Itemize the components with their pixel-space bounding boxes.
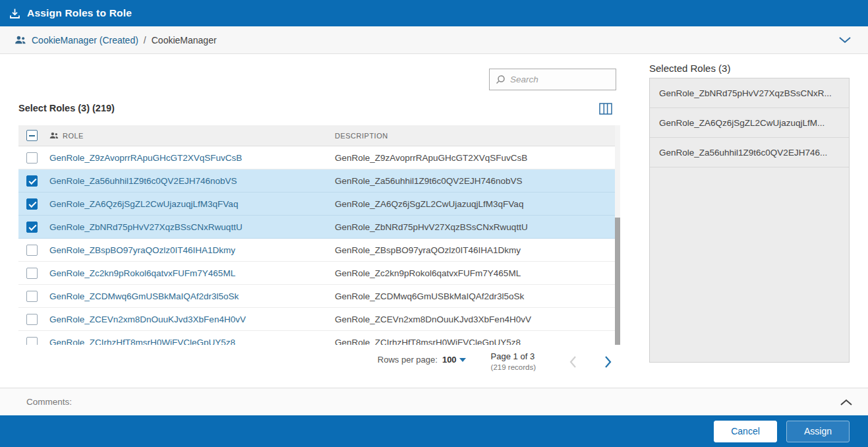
- selected-roles-list: GenRole_ZbNRd75pHvV27XqzBSsCNxR...GenRol…: [649, 78, 850, 363]
- footer-bar: Cancel Assign: [0, 415, 868, 447]
- role-cell: GenRole_Za56uhhil1Z9t6c0QV2EJH746nobVS: [45, 176, 330, 186]
- description-cell: GenRole_ZCDMwq6GmUSBkMaIQAf2dr3l5oSk: [330, 291, 620, 301]
- role-table-body: GenRole_Z9zAvoprrRApuGHcGT2XVqSFuvCsB Ge…: [18, 146, 620, 345]
- breadcrumb-app-link[interactable]: CookieManager (Created): [32, 35, 138, 45]
- search-box: [489, 69, 616, 90]
- select-all-checkbox[interactable]: [26, 130, 38, 141]
- scrollbar-thumb[interactable]: [615, 218, 620, 345]
- chevron-left-icon: [569, 355, 577, 369]
- role-cell: GenRole_ZCIrhzHfT8msrH0WiFVCleGpUY5z8: [45, 338, 330, 345]
- table-scrollbar[interactable]: [615, 125, 620, 345]
- select-roles-heading: Select Roles (3) (219): [18, 103, 115, 113]
- search-input[interactable]: [510, 74, 610, 84]
- table-header-row: ROLE DESCRIPTION: [18, 125, 620, 146]
- main-content: Select Roles (3) (219) ROLE: [0, 54, 868, 388]
- people-icon: [14, 36, 26, 44]
- description-cell: GenRole_ZbNRd75pHvV27XqzBSsCNxRwuqttU: [330, 222, 620, 232]
- role-header-icon: [49, 132, 59, 139]
- role-cell: GenRole_ZBspBO97yraQOzlz0IT46IHA1Dkmy: [45, 245, 330, 255]
- table-row[interactable]: GenRole_Z9zAvoprrRApuGHcGT2XVqSFuvCsB Ge…: [18, 146, 620, 169]
- app-header: Assign Roles to Role: [0, 0, 868, 26]
- comments-collapse-button[interactable]: [838, 396, 855, 408]
- row-checkbox[interactable]: [26, 245, 38, 256]
- role-cell: GenRole_ZCDMwq6GmUSBkMaIQAf2dr3l5oSk: [45, 291, 330, 301]
- selected-role-item: GenRole_Za56uhhil1Z9t6c0QV2EJH746...: [650, 138, 849, 167]
- pagination: Rows per page: 100 Page 1 of 3 (219 reco…: [18, 351, 620, 372]
- previous-page-button[interactable]: [566, 353, 580, 371]
- row-checkbox[interactable]: [26, 198, 38, 210]
- table-row[interactable]: GenRole_ZCEVn2xm8DnOuuKJvd3XbFen4H0vV Ge…: [18, 308, 620, 331]
- role-cell: GenRole_ZCEVn2xm8DnOuuKJvd3XbFen4H0vV: [45, 314, 330, 324]
- row-checkbox[interactable]: [26, 175, 38, 187]
- comments-bar: Comments:: [0, 388, 868, 415]
- row-checkbox[interactable]: [26, 268, 38, 279]
- next-page-button[interactable]: [601, 353, 615, 371]
- selected-roles-heading: Selected Roles (3): [649, 63, 730, 74]
- selected-role-item: GenRole_ZA6Qz6jSgZL2CwUjazuqjLfM...: [650, 108, 849, 138]
- table-row[interactable]: GenRole_ZCDMwq6GmUSBkMaIQAf2dr3l5oSk Gen…: [18, 285, 620, 308]
- role-cell: GenRole_ZA6Qz6jSgZL2CwUjazuqjLfM3qFVaq: [45, 199, 330, 209]
- selected-role-item: GenRole_ZbNRd75pHvV27XqzBSsCNxR...: [650, 78, 849, 108]
- description-cell: GenRole_Z9zAvoprrRApuGHcGT2XVqSFuvCsB: [330, 153, 620, 163]
- breadcrumb-expand-button[interactable]: [836, 34, 854, 46]
- columns-icon: [599, 103, 612, 115]
- description-cell: GenRole_ZCEVn2xm8DnOuuKJvd3XbFen4H0vV: [330, 314, 620, 324]
- rows-per-page-value: 100: [442, 355, 457, 365]
- description-cell: GenRole_Za56uhhil1Z9t6c0QV2EJH746nobVS: [330, 176, 620, 186]
- description-cell: GenRole_ZCIrhzHfT8msrH0WiFVCleGpUY5z8: [330, 338, 620, 345]
- description-cell: GenRole_ZBspBO97yraQOzlz0IT46IHA1Dkmy: [330, 245, 620, 255]
- role-column-header[interactable]: ROLE: [63, 132, 84, 140]
- rows-per-page-label: Rows per page:: [378, 355, 438, 365]
- comments-label: Comments:: [26, 397, 72, 407]
- chevron-right-icon: [604, 355, 612, 369]
- description-column-header[interactable]: DESCRIPTION: [335, 132, 388, 140]
- table-row[interactable]: GenRole_ZCIrhzHfT8msrH0WiFVCleGpUY5z8 Ge…: [18, 331, 620, 345]
- description-cell: GenRole_ZA6Qz6jSgZL2CwUjazuqjLfM3qFVaq: [330, 199, 620, 209]
- chevron-down-icon: [839, 37, 851, 44]
- cancel-button[interactable]: Cancel: [714, 421, 777, 442]
- row-checkbox[interactable]: [26, 314, 38, 325]
- breadcrumb-current: CookieManager: [152, 35, 217, 45]
- page-info: Page 1 of 3 (219 records): [491, 351, 536, 372]
- row-checkbox[interactable]: [26, 291, 38, 302]
- table-row[interactable]: GenRole_ZA6Qz6jSgZL2CwUjazuqjLfM3qFVaq G…: [18, 193, 620, 216]
- table-row[interactable]: GenRole_Za56uhhil1Z9t6c0QV2EJH746nobVS G…: [18, 169, 620, 193]
- breadcrumb: CookieManager (Created) / CookieManager: [0, 26, 868, 54]
- table-row[interactable]: GenRole_Zc2kn9pRokol6qatvxFUFm7Y465ML Ge…: [18, 262, 620, 285]
- caret-down-icon: [459, 358, 466, 362]
- table-row[interactable]: GenRole_ZbNRd75pHvV27XqzBSsCNxRwuqttU Ge…: [18, 216, 620, 239]
- roles-table: ROLE DESCRIPTION GenRole_Z9zAvoprrRApuGH…: [18, 125, 620, 345]
- assign-button[interactable]: Assign: [786, 421, 850, 442]
- row-checkbox[interactable]: [26, 222, 38, 233]
- page-title: Assign Roles to Role: [27, 7, 132, 19]
- page-label: Page 1 of 3: [491, 351, 536, 363]
- breadcrumb-separator: /: [144, 35, 146, 45]
- search-icon: [496, 74, 506, 84]
- records-label: (219 records): [491, 363, 536, 373]
- role-cell: GenRole_ZbNRd75pHvV27XqzBSsCNxRwuqttU: [45, 222, 330, 232]
- assign-icon: [9, 8, 20, 19]
- rows-per-page-control[interactable]: Rows per page: 100: [378, 355, 466, 365]
- row-checkbox[interactable]: [26, 337, 38, 345]
- role-cell: GenRole_Zc2kn9pRokol6qatvxFUFm7Y465ML: [45, 268, 330, 278]
- table-row[interactable]: GenRole_ZBspBO97yraQOzlz0IT46IHA1Dkmy Ge…: [18, 239, 620, 262]
- row-checkbox[interactable]: [26, 152, 38, 164]
- column-picker-button[interactable]: [596, 100, 615, 117]
- chevron-up-icon: [840, 399, 852, 405]
- description-cell: GenRole_Zc2kn9pRokol6qatvxFUFm7Y465ML: [330, 268, 620, 278]
- role-cell: GenRole_Z9zAvoprrRApuGHcGT2XVqSFuvCsB: [45, 153, 330, 163]
